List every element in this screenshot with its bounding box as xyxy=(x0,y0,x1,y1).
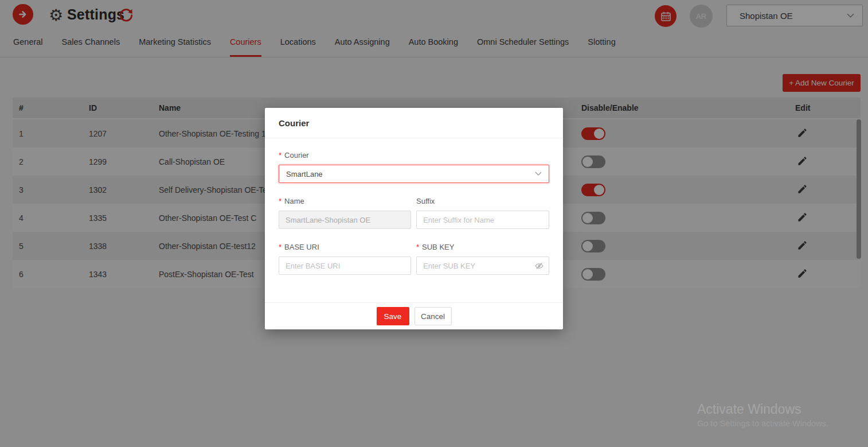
required-marker: * xyxy=(279,243,281,251)
required-marker: * xyxy=(279,197,281,205)
name-field[interactable] xyxy=(279,211,411,229)
modal-header: Courier xyxy=(265,108,563,138)
suffix-field[interactable] xyxy=(416,211,549,229)
courier-label-text: Courier xyxy=(284,151,309,160)
courier-select-value: SmartLane xyxy=(286,170,535,178)
base-uri-field-label: * BASE URI xyxy=(279,243,411,251)
name-label-text: Name xyxy=(284,197,304,205)
modal-body: * Courier SmartLane * Name Suffix xyxy=(265,138,563,302)
courier-select[interactable]: SmartLane xyxy=(279,165,549,183)
base-uri-field[interactable] xyxy=(279,256,411,275)
cancel-button[interactable]: Cancel xyxy=(415,307,452,325)
name-field-label: * Name xyxy=(279,197,411,205)
courier-modal: Courier * Courier SmartLane * Name xyxy=(265,108,563,329)
suffix-label-text: Suffix xyxy=(416,197,435,205)
sub-key-label-text: SUB KEY xyxy=(422,243,454,251)
courier-field-label: * Courier xyxy=(279,151,549,160)
eye-invisible-icon[interactable] xyxy=(535,262,544,270)
sub-key-field[interactable] xyxy=(416,256,549,275)
save-button[interactable]: Save xyxy=(377,307,409,325)
suffix-field-label: Suffix xyxy=(416,197,549,205)
modal-footer: Save Cancel xyxy=(265,302,563,329)
chevron-down-icon xyxy=(535,172,542,176)
required-marker: * xyxy=(279,151,281,160)
sub-key-field-label: * SUB KEY xyxy=(416,243,549,251)
required-marker: * xyxy=(416,243,419,251)
modal-title: Courier xyxy=(279,118,309,128)
base-uri-label-text: BASE URI xyxy=(284,243,319,251)
